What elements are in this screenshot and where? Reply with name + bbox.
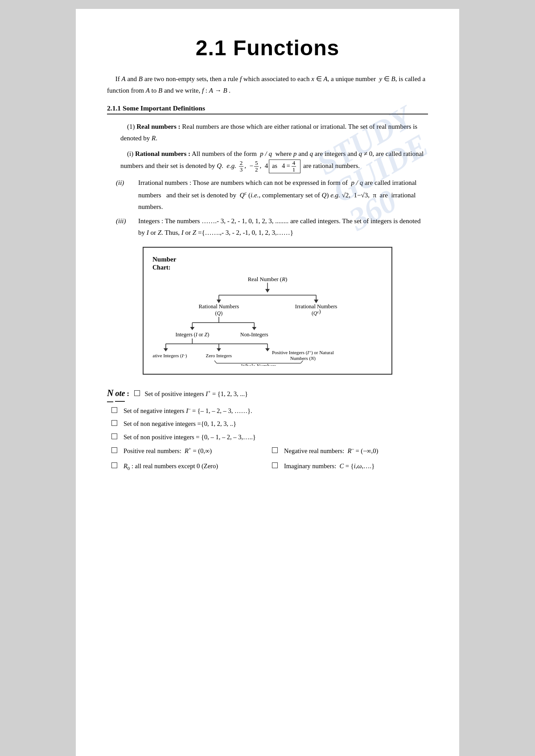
two-col-notes: Positive real numbers: R+ = (0,∞) Negati… [111,444,428,474]
checkbox-5 [111,447,117,453]
note-row-2: Set of negative integers I– = {– 1, – 2,… [107,404,428,417]
section-header: 2.1.1 Some Important Definitions [107,104,428,114]
chart-title: Number [152,256,383,263]
real-numbers-def: (1) Real numbers : Real numbers are thos… [107,121,428,144]
svg-line-32 [214,360,217,363]
checkbox-3 [111,420,117,426]
number-chart: Number Chart: Real Number (R) Rational N… [143,247,392,375]
note-row-5: Positive real numbers: R+ = (0,∞) [111,444,268,457]
svg-marker-5 [217,299,221,303]
svg-marker-23 [164,348,168,351]
svg-text:Positive Integers (I+) or Natu: Positive Integers (I+) or Natural [272,349,334,355]
note-item-3: Set of non negative integers ={0, 1, 2, … [123,418,236,430]
note-label: N [107,384,113,402]
checkbox-8 [272,462,278,468]
note-row-8: Imaginary numbers: C = {i,ω,….} [272,460,428,473]
chapter-title: 2.1 Functions [107,36,428,60]
svg-text:Real Number (R): Real Number (R) [248,276,288,282]
note-row-6: Negative real numbers: R– = (−∞,0) [272,444,428,457]
svg-text:Irrational Numbers: Irrational Numbers [295,303,337,310]
note-item-6: Negative real numbers: R– = (−∞,0) [284,444,378,457]
svg-marker-7 [314,299,318,303]
svg-text:Integers (I or Z): Integers (I or Z) [175,331,209,337]
svg-marker-25 [217,348,221,351]
svg-text:(Q): (Q) [215,310,223,316]
svg-marker-17 [252,327,256,330]
note-item-1: Set of positive integers I+ = {1, 2, 3, … [144,387,248,400]
notes-section: Note : Set of positive integers I+ = {1,… [107,384,428,474]
page: STUDYGUIDE360 2.1 Functions If A and B a… [76,9,459,756]
checkbox-4 [111,433,117,439]
svg-text:Rational Numbers: Rational Numbers [199,303,239,310]
note-item-8: Imaginary numbers: C = {i,ω,….} [284,460,374,473]
note-item-5: Positive real numbers: R+ = (0,∞) [123,444,212,457]
note-item-7: R0 : all real numbers except 0 (Zero) [123,460,218,473]
note-item-4: Set of non positive integers = {0, – 1, … [123,431,256,444]
intro-paragraph: If A and B are two non-empty sets, then … [107,74,428,96]
checkbox-1 [134,390,140,396]
chart-subtitle: Chart: [152,264,383,271]
svg-text:Negative Integers (I–): Negative Integers (I–) [152,352,187,358]
svg-marker-15 [190,327,194,330]
integers-def: (iii) Integers : The numbers …….- 3, - 2… [107,215,428,239]
chart-diagram: Real Number (R) Rational Numbers (Q) Irr… [152,273,383,366]
checkbox-7 [111,462,117,468]
note-row-4: Set of non positive integers = {0, – 1, … [107,431,428,444]
note-row-7: R0 : all real numbers except 0 (Zero) [111,460,268,473]
irrational-numbers-def: (ii) Irrational numbers : Those are numb… [107,177,428,212]
note-row-3: Set of non negative integers ={0, 1, 2, … [107,418,428,430]
checkbox-6 [272,447,278,453]
svg-marker-2 [265,289,270,292]
svg-text:Numbers (N): Numbers (N) [290,356,316,361]
svg-text:Non-Integers: Non-Integers [240,331,268,337]
rational-numbers-def: (i) Rational numbers : All numbers of th… [107,148,428,174]
note-item-2: Set of negative integers I– = {– 1, – 2,… [123,404,252,417]
svg-marker-27 [265,348,270,351]
checkbox-2 [111,407,117,413]
svg-text:Whole Numbers: Whole Numbers [241,363,276,366]
svg-text:Zero Integers: Zero Integers [206,352,232,358]
